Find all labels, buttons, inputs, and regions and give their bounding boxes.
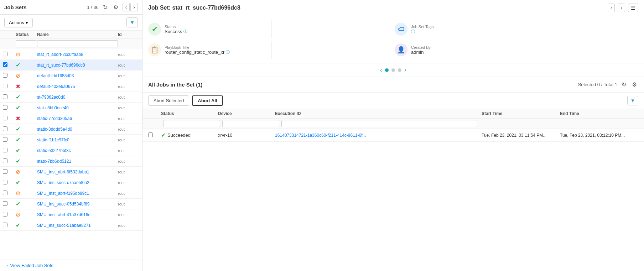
list-item[interactable]: ⊘ default-fdd1688d03 rout [0, 71, 142, 81]
dot-2[interactable] [391, 68, 395, 72]
abort-icon: ⊘ [16, 169, 20, 175]
jobs-end-time: Tue, Feb 23, 2021, 03:12:10 PM... [560, 133, 638, 138]
tags-card: 🏷 Job Set Tags ⓘ [395, 23, 515, 36]
abort-all-button[interactable]: Abort All [192, 95, 223, 106]
list-row-checkbox[interactable] [3, 52, 7, 56]
carousel-next-button[interactable]: › [404, 66, 406, 74]
list-item[interactable]: ✔ static-f1b1c97fc0 rout [0, 135, 142, 145]
list-row-checkbox[interactable] [3, 116, 7, 120]
job-name-link[interactable]: stat_rt_succ-77bd696dc8 [37, 63, 85, 68]
carousel-dots: ‹ › [142, 63, 644, 77]
jobs-row-checkbox[interactable] [148, 132, 153, 137]
playbook-info-icon[interactable]: ⓘ [226, 49, 230, 55]
job-id: rout [118, 181, 139, 185]
success-icon: ✔ [16, 147, 20, 153]
jobs-refresh-button[interactable]: ↻ [620, 80, 628, 89]
list-item[interactable]: ✔ stat-c8bb0ece40 rout [0, 103, 142, 113]
abort-selected-button[interactable]: Abort Selected [148, 95, 189, 106]
list-item[interactable]: ✔ statc-7bb6dd5121 rout [0, 156, 142, 167]
prev-arrow-button[interactable]: ‹ [123, 3, 130, 11]
list-row-checkbox[interactable] [3, 126, 7, 131]
view-failed-link[interactable]: → View Failed Job Sets [4, 263, 53, 268]
status-info-icon[interactable]: ⓘ [183, 29, 187, 34]
actions-label: Actions [9, 20, 24, 25]
list-item[interactable]: ✖ static-77cdd305a6 rout [0, 113, 142, 124]
job-name-link[interactable]: default-fdd1688d03 [37, 73, 74, 78]
list-item[interactable]: ✔ static-3dddd5e4d0 rout [0, 124, 142, 135]
list-row-checkbox[interactable] [3, 158, 7, 163]
list-row-checkbox[interactable] [3, 84, 7, 88]
right-next-arrow-button[interactable]: › [618, 4, 625, 12]
right-prev-arrow-button[interactable]: ‹ [608, 4, 615, 12]
job-name-link[interactable]: statc-7bb6dd5121 [37, 159, 71, 164]
jobs-status-filter-input[interactable] [163, 120, 220, 127]
list-item[interactable]: ⊘ SMU_inst_abrt-6f532daba1 rout [0, 167, 142, 177]
abort-icon: ⊘ [16, 190, 20, 196]
job-name-link[interactable]: st-79062ac0d0 [37, 95, 65, 100]
jobs-settings-button[interactable]: ⚙ [630, 80, 638, 89]
list-item[interactable]: ✔ SMU_ins_succ-51abae8271 rout [0, 220, 142, 231]
jobs-exec-filter-input[interactable] [281, 120, 477, 127]
list-item[interactable]: ✔ SMU_ins_succ-05d534bf89 rout [0, 199, 142, 209]
jobs-table-row[interactable]: ✔ Succeeded xrvr-10 1614073314721-1a360c… [142, 129, 644, 142]
right-header: Job Set: stat_rt_succ-77bd696dc8 ‹ › ☰ [142, 0, 644, 16]
list-row-checkbox[interactable] [3, 223, 7, 227]
error-icon: ✖ [16, 115, 20, 121]
job-name-link[interactable]: static-f1b1c97fc0 [37, 137, 69, 142]
tags-info-icon[interactable]: ⓘ [411, 29, 415, 34]
tags-card-body: Job Set Tags ⓘ [411, 25, 433, 34]
list-row-checkbox[interactable] [3, 94, 7, 99]
execution-id-link[interactable]: 1614073314721-1a360c60-f211-414c-9611-6f… [275, 133, 366, 138]
list-row-checkbox[interactable] [3, 212, 7, 217]
list-row-checkbox[interactable] [3, 73, 7, 78]
list-item[interactable]: ⊘ SMU_inst_abrt-41a37d616c rout [0, 209, 142, 220]
carousel-prev-button[interactable]: ‹ [380, 66, 382, 74]
job-name-link[interactable]: SMU_inst_abrt-6f532daba1 [37, 170, 89, 174]
list-item[interactable]: ⊘ SMU_inst_abrt-f195db89c1 rout [0, 188, 142, 199]
job-id: rout [118, 191, 139, 196]
job-name-link[interactable]: SMU_inst_abrt-41a37d616c [37, 212, 90, 217]
refresh-button[interactable]: ↻ [102, 3, 109, 11]
job-name-link[interactable]: static-3dddd5e4d0 [37, 127, 72, 132]
jobs-status-text: Succeeded [167, 132, 191, 138]
jobs-table-header: Status Device Execution ID Start Time En… [142, 109, 644, 119]
list-row-checkbox[interactable] [3, 105, 7, 110]
list-item[interactable]: ✖ default-402e6a0675 rout [0, 81, 142, 92]
list-row-checkbox[interactable] [3, 148, 7, 152]
jobs-filter-button[interactable]: ▼ [627, 96, 638, 105]
list-row-checkbox[interactable] [3, 191, 7, 195]
jobs-device-filter-input[interactable] [222, 120, 279, 127]
filter-button[interactable]: ▼ [126, 17, 138, 27]
job-id: rout [118, 106, 139, 110]
list-row-checkbox[interactable] [3, 62, 7, 67]
job-name-link[interactable]: stat-c8bb0ece40 [37, 105, 69, 110]
list-item[interactable]: ✔ static-e3227bbf3c rout [0, 145, 142, 156]
list-row-checkbox[interactable] [3, 180, 7, 184]
list-item[interactable]: ✔ stat_rt_succ-77bd696dc8 rout [0, 60, 142, 71]
list-item[interactable]: ⊘ stat_rt_abort-2cc0ffaab8 rout [0, 49, 142, 60]
list-item[interactable]: ✔ SMU_ins_succ-c7aae5f0a2 rout [0, 177, 142, 188]
jobs-device-cell: xrvr-10 [218, 132, 275, 138]
dot-3[interactable] [398, 68, 401, 72]
job-name-link[interactable]: default-402e6a0675 [37, 84, 75, 89]
next-arrow-button[interactable]: › [130, 3, 138, 11]
settings-button[interactable]: ⚙ [112, 3, 120, 11]
job-name-link[interactable]: SMU_ins_succ-c7aae5f0a2 [37, 180, 89, 185]
list-row-checkbox[interactable] [3, 169, 7, 174]
status-filter-input[interactable] [16, 40, 37, 47]
name-filter-input[interactable] [37, 40, 118, 47]
job-name-link[interactable]: stat_rt_abort-2cc0ffaab8 [37, 52, 83, 57]
job-name-link[interactable]: static-77cdd305a6 [37, 116, 72, 121]
job-name-link[interactable]: SMU_inst_abrt-f195db89c1 [37, 191, 89, 196]
dot-1[interactable] [385, 68, 389, 72]
list-row-checkbox[interactable] [3, 201, 7, 206]
job-name-link[interactable]: SMU_ins_succ-51abae8271 [37, 223, 91, 228]
more-options-button[interactable]: ☰ [628, 4, 638, 12]
col-status-header: Status [16, 32, 37, 37]
list-item[interactable]: ✔ st-79062ac0d0 rout [0, 92, 142, 103]
actions-button[interactable]: Actions ▾ [4, 18, 33, 27]
job-name-link[interactable]: static-e3227bbf3c [37, 148, 71, 153]
list-row-checkbox[interactable] [3, 137, 7, 142]
job-name-link[interactable]: SMU_ins_succ-05d534bf89 [37, 202, 89, 207]
playbook-card: 📋 PlayBook Title router_config_static_ro… [148, 43, 269, 56]
